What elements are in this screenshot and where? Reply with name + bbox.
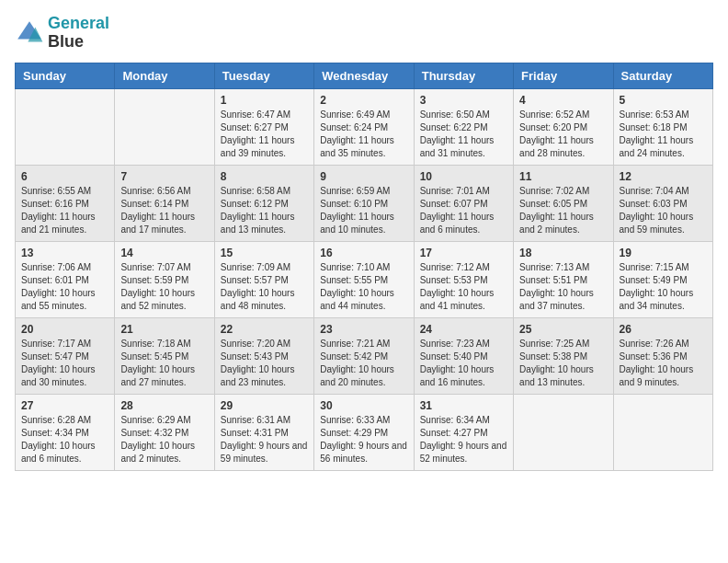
day-info: Sunrise: 7:07 AMSunset: 5:59 PMDaylight:… [120,261,208,313]
calendar-day-cell: 19Sunrise: 7:15 AMSunset: 5:49 PMDayligh… [613,241,712,317]
day-number: 17 [420,247,507,259]
day-number: 18 [519,247,607,259]
day-number: 20 [21,323,108,336]
day-number: 7 [120,170,208,183]
calendar-day-cell: 21Sunrise: 7:18 AMSunset: 5:45 PMDayligh… [115,317,214,394]
calendar-table: SundayMondayTuesdayWednesdayThursdayFrid… [15,63,713,471]
day-number: 21 [120,323,208,336]
day-info: Sunrise: 6:28 AMSunset: 4:34 PMDaylight:… [21,414,108,465]
calendar-day-cell: 4Sunrise: 6:52 AMSunset: 6:20 PMDaylight… [514,88,613,165]
day-number: 15 [221,247,308,259]
day-number: 31 [420,399,507,412]
day-number: 10 [420,170,507,183]
day-number: 9 [320,170,407,183]
calendar-day-cell: 12Sunrise: 7:04 AMSunset: 6:03 PMDayligh… [613,165,712,241]
day-number: 6 [21,170,108,183]
weekday-header-friday: Friday [514,63,613,88]
calendar-day-cell: 7Sunrise: 6:56 AMSunset: 6:14 PMDaylight… [115,165,214,241]
weekday-header-wednesday: Wednesday [314,63,414,88]
day-number: 8 [221,170,308,183]
day-number: 30 [320,399,407,412]
day-number: 13 [21,247,108,259]
day-info: Sunrise: 7:12 AMSunset: 5:53 PMDaylight:… [420,261,507,313]
day-info: Sunrise: 7:20 AMSunset: 5:43 PMDaylight:… [221,338,308,389]
logo: General Blue [15,15,109,52]
calendar-day-cell [613,394,712,470]
day-info: Sunrise: 6:50 AMSunset: 6:22 PMDaylight:… [420,109,507,160]
calendar-day-cell [115,88,214,165]
day-info: Sunrise: 7:09 AMSunset: 5:57 PMDaylight:… [221,261,308,313]
day-number: 26 [620,323,707,336]
weekday-header-row: SundayMondayTuesdayWednesdayThursdayFrid… [16,63,713,88]
calendar-day-cell: 25Sunrise: 7:25 AMSunset: 5:38 PMDayligh… [514,317,613,394]
day-info: Sunrise: 7:02 AMSunset: 6:05 PMDaylight:… [519,185,607,236]
day-info: Sunrise: 6:34 AMSunset: 4:27 PMDaylight:… [420,414,507,465]
calendar-header: SundayMondayTuesdayWednesdayThursdayFrid… [16,63,713,88]
calendar-week-row: 20Sunrise: 7:17 AMSunset: 5:47 PMDayligh… [16,317,713,394]
day-number: 1 [221,94,308,107]
day-info: Sunrise: 7:06 AMSunset: 6:01 PMDaylight:… [21,261,108,313]
day-number: 19 [620,247,707,259]
page-header: General Blue [15,15,713,52]
weekday-header-thursday: Thursday [414,63,513,88]
calendar-day-cell: 11Sunrise: 7:02 AMSunset: 6:05 PMDayligh… [514,165,613,241]
weekday-header-monday: Monday [115,63,214,88]
calendar-day-cell: 27Sunrise: 6:28 AMSunset: 4:34 PMDayligh… [16,394,115,470]
day-info: Sunrise: 6:59 AMSunset: 6:10 PMDaylight:… [320,185,407,236]
calendar-day-cell: 28Sunrise: 6:29 AMSunset: 4:32 PMDayligh… [115,394,214,470]
day-number: 3 [420,94,507,107]
day-info: Sunrise: 7:01 AMSunset: 6:07 PMDaylight:… [420,185,507,236]
day-info: Sunrise: 6:49 AMSunset: 6:24 PMDaylight:… [320,109,407,160]
calendar-day-cell [16,88,115,165]
day-number: 24 [420,323,507,336]
day-number: 5 [620,94,707,107]
day-number: 28 [120,399,208,412]
calendar-day-cell: 17Sunrise: 7:12 AMSunset: 5:53 PMDayligh… [414,241,513,317]
day-info: Sunrise: 6:33 AMSunset: 4:29 PMDaylight:… [320,414,407,465]
day-number: 23 [320,323,407,336]
day-info: Sunrise: 6:53 AMSunset: 6:18 PMDaylight:… [620,109,707,160]
calendar-day-cell: 8Sunrise: 6:58 AMSunset: 6:12 PMDaylight… [214,165,313,241]
calendar-day-cell: 14Sunrise: 7:07 AMSunset: 5:59 PMDayligh… [115,241,214,317]
day-info: Sunrise: 7:04 AMSunset: 6:03 PMDaylight:… [620,185,707,236]
day-info: Sunrise: 6:29 AMSunset: 4:32 PMDaylight:… [120,414,208,465]
day-info: Sunrise: 6:58 AMSunset: 6:12 PMDaylight:… [221,185,308,236]
calendar-day-cell: 20Sunrise: 7:17 AMSunset: 5:47 PMDayligh… [16,317,115,394]
day-number: 14 [120,247,208,259]
calendar-week-row: 27Sunrise: 6:28 AMSunset: 4:34 PMDayligh… [16,394,713,470]
day-number: 4 [519,94,607,107]
calendar-day-cell: 3Sunrise: 6:50 AMSunset: 6:22 PMDaylight… [414,88,513,165]
day-info: Sunrise: 7:21 AMSunset: 5:42 PMDaylight:… [320,338,407,389]
day-number: 27 [21,399,108,412]
day-number: 25 [519,323,607,336]
calendar-day-cell: 2Sunrise: 6:49 AMSunset: 6:24 PMDaylight… [314,88,414,165]
day-info: Sunrise: 6:55 AMSunset: 6:16 PMDaylight:… [21,185,108,236]
day-info: Sunrise: 7:25 AMSunset: 5:38 PMDaylight:… [519,338,607,389]
day-info: Sunrise: 7:23 AMSunset: 5:40 PMDaylight:… [420,338,507,389]
day-number: 29 [221,399,308,412]
logo-text: General Blue [48,15,109,52]
calendar-day-cell: 16Sunrise: 7:10 AMSunset: 5:55 PMDayligh… [314,241,414,317]
day-number: 12 [620,170,707,183]
day-info: Sunrise: 7:17 AMSunset: 5:47 PMDaylight:… [21,338,108,389]
calendar-day-cell: 22Sunrise: 7:20 AMSunset: 5:43 PMDayligh… [214,317,313,394]
day-number: 22 [221,323,308,336]
logo-icon [15,18,44,48]
calendar-day-cell: 29Sunrise: 6:31 AMSunset: 4:31 PMDayligh… [214,394,313,470]
day-info: Sunrise: 6:47 AMSunset: 6:27 PMDaylight:… [221,109,308,160]
calendar-week-row: 13Sunrise: 7:06 AMSunset: 6:01 PMDayligh… [16,241,713,317]
weekday-header-tuesday: Tuesday [214,63,313,88]
day-info: Sunrise: 7:10 AMSunset: 5:55 PMDaylight:… [320,261,407,313]
calendar-day-cell: 15Sunrise: 7:09 AMSunset: 5:57 PMDayligh… [214,241,313,317]
calendar-day-cell: 23Sunrise: 7:21 AMSunset: 5:42 PMDayligh… [314,317,414,394]
calendar-day-cell: 24Sunrise: 7:23 AMSunset: 5:40 PMDayligh… [414,317,513,394]
calendar-day-cell: 31Sunrise: 6:34 AMSunset: 4:27 PMDayligh… [414,394,513,470]
calendar-day-cell: 9Sunrise: 6:59 AMSunset: 6:10 PMDaylight… [314,165,414,241]
day-info: Sunrise: 6:31 AMSunset: 4:31 PMDaylight:… [221,414,308,465]
calendar-day-cell [514,394,613,470]
calendar-day-cell: 6Sunrise: 6:55 AMSunset: 6:16 PMDaylight… [16,165,115,241]
calendar-body: 1Sunrise: 6:47 AMSunset: 6:27 PMDaylight… [16,88,713,470]
day-number: 11 [519,170,607,183]
calendar-day-cell: 26Sunrise: 7:26 AMSunset: 5:36 PMDayligh… [613,317,712,394]
day-number: 2 [320,94,407,107]
